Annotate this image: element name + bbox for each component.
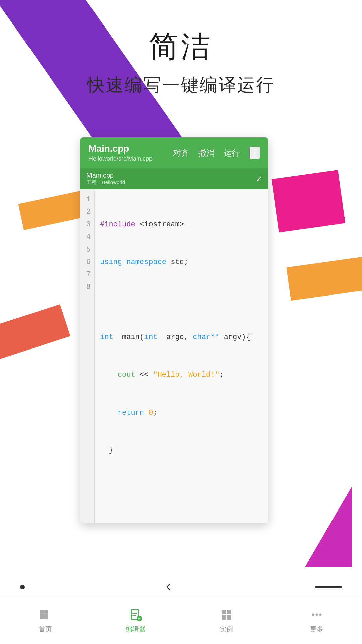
- code-line-7: }: [100, 444, 263, 457]
- nav-item-more[interactable]: 更多: [272, 608, 362, 634]
- file-name: Main.cpp: [88, 143, 173, 154]
- editor-toolbar: Main.cpp Helloworld/src/Main.cpp 对齐 撤消 运…: [80, 137, 268, 168]
- main-title: 简洁: [149, 27, 213, 67]
- svg-point-14: [316, 614, 318, 616]
- run-button[interactable]: 运行: [224, 148, 240, 158]
- nav-item-home[interactable]: 首页: [0, 608, 90, 634]
- back-button[interactable]: [166, 583, 174, 591]
- file-path: Helloworld/src/Main.cpp: [88, 155, 173, 162]
- editor-tab-bar: Main.cpp 工程：Helloworld ⤢: [80, 168, 268, 189]
- line-num-3: 3: [85, 218, 91, 231]
- nav-item-editor[interactable]: 编辑器: [90, 608, 181, 634]
- line-num-6: 6: [85, 256, 91, 268]
- line-num-8: 8: [85, 281, 91, 293]
- page-content: 简洁 快速编写一键编译运行 Main.cpp Helloworld/src/Ma…: [0, 0, 362, 523]
- code-line-5: cout << "Hello, World!";: [100, 369, 263, 381]
- svg-rect-1: [44, 610, 48, 614]
- home-icon: [38, 608, 52, 622]
- home-indicator[interactable]: [315, 586, 342, 588]
- line-num-1: 1: [85, 193, 91, 206]
- bottom-nav: 首页 编辑器 实例 更多: [0, 597, 362, 644]
- line-num-4: 4: [85, 231, 91, 243]
- tab-info: Main.cpp 工程：Helloworld: [86, 172, 125, 186]
- line-num-2: 2: [85, 206, 91, 218]
- svg-rect-2: [40, 614, 44, 619]
- svg-point-15: [319, 614, 322, 616]
- line-numbers: 1 2 3 4 5 6 7 8: [80, 189, 95, 523]
- line-num-5: 5: [85, 244, 91, 256]
- editor-card: Main.cpp Helloworld/src/Main.cpp 对齐 撤消 运…: [80, 137, 268, 523]
- tab-filename: Main.cpp: [86, 172, 125, 179]
- svg-rect-9: [222, 610, 226, 614]
- nav-label-editor: 编辑器: [126, 625, 146, 634]
- code-line-8: [100, 482, 263, 494]
- tab-project: 工程：Helloworld: [86, 179, 125, 186]
- svg-rect-12: [227, 615, 231, 620]
- status-dot: [20, 585, 25, 589]
- svg-point-13: [312, 614, 314, 616]
- editor-body: 1 2 3 4 5 6 7 8 #include <iostream> usin…: [80, 189, 268, 523]
- align-button[interactable]: 对齐: [173, 148, 189, 158]
- line-num-7: 7: [85, 268, 91, 281]
- examples-icon: [219, 608, 233, 622]
- svg-rect-0: [40, 610, 44, 614]
- code-lines[interactable]: #include <iostream> using namespace std;…: [95, 189, 268, 523]
- undo-button[interactable]: 撤消: [198, 148, 215, 158]
- nav-item-examples[interactable]: 实例: [181, 608, 272, 634]
- expand-icon[interactable]: ⤢: [256, 174, 262, 183]
- code-line-4: int main(int argc, char** argv){: [100, 331, 263, 343]
- code-line-3: [100, 293, 263, 306]
- svg-rect-3: [44, 614, 48, 619]
- more-button[interactable]: ⋮: [249, 147, 260, 159]
- code-line-2: using namespace std;: [100, 256, 263, 268]
- nav-label-examples: 实例: [220, 625, 233, 634]
- nav-label-home: 首页: [39, 625, 52, 634]
- status-bar: [0, 579, 362, 595]
- editor-icon: [129, 608, 143, 622]
- sub-title: 快速编写一键编译运行: [87, 73, 275, 97]
- nav-label-more: 更多: [310, 625, 323, 634]
- toolbar-actions: 对齐 撤消 运行 ⋮: [173, 147, 260, 159]
- file-info: Main.cpp Helloworld/src/Main.cpp: [88, 143, 173, 162]
- svg-rect-10: [227, 610, 231, 614]
- code-line-1: #include <iostream>: [100, 218, 263, 231]
- code-area: 1 2 3 4 5 6 7 8 #include <iostream> usin…: [80, 189, 268, 523]
- code-line-6: return 0;: [100, 407, 263, 419]
- svg-rect-11: [222, 615, 226, 620]
- more-nav-icon: [310, 608, 324, 622]
